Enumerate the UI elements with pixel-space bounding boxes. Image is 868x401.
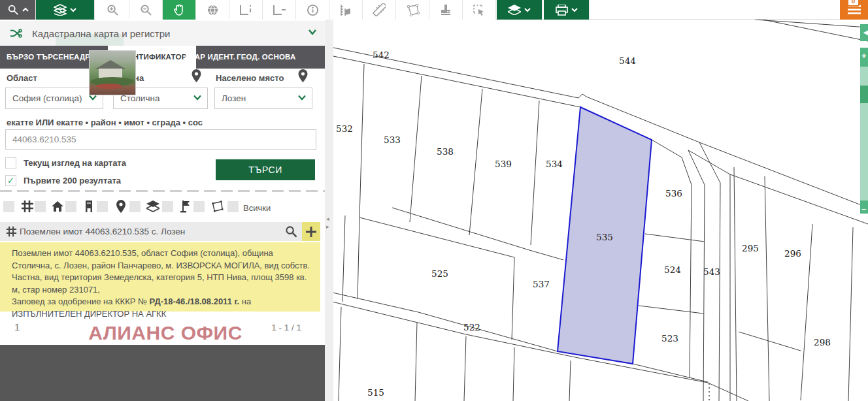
- flag-icon[interactable]: [179, 200, 192, 213]
- filter-building-checkbox[interactable]: [65, 201, 76, 212]
- parcel-label-535: 535: [596, 232, 613, 242]
- polygon-icon: [406, 4, 420, 16]
- tab-geodetic-base[interactable]: ГЕОД. ОСНОВА: [237, 46, 296, 69]
- panel-footer: [0, 345, 325, 401]
- cadastre-branch-icon: [8, 28, 23, 39]
- hamburger-menu-icon: [848, 5, 861, 14]
- location-pin-icon[interactable]: [298, 69, 308, 82]
- extent-add-button[interactable]: [229, 0, 263, 20]
- map-zoom-out-button[interactable]: –: [860, 200, 868, 214]
- result-row[interactable]: Поземлен имот 44063.6210.535 с. Лозен: [0, 222, 320, 241]
- add-result-button[interactable]: [302, 222, 320, 241]
- filter-flag-checkbox[interactable]: [162, 201, 173, 212]
- extent-remove-button[interactable]: [263, 0, 296, 20]
- zoom-slider-handle[interactable]: [860, 86, 868, 103]
- pan-button[interactable]: [163, 0, 196, 20]
- parcel-label-543: 543: [703, 266, 720, 277]
- zoom-out-icon: [140, 4, 152, 16]
- filter-grid-checkbox[interactable]: [3, 201, 14, 212]
- parcel-label-544: 544: [619, 56, 636, 66]
- parcel-label-534: 534: [546, 159, 563, 169]
- cadastral-map[interactable]: 5425445325335385395345365352952965435245…: [333, 20, 868, 401]
- pagination-range: 1 - 1 / 1: [271, 323, 301, 332]
- panel-header[interactable]: Кадастрална карта и регистри: [0, 21, 325, 46]
- measure-area-button[interactable]: [396, 0, 429, 20]
- map-pin-icon[interactable]: [114, 200, 127, 213]
- pan-hand-icon: [173, 4, 185, 16]
- thumbnail-photo[interactable]: [90, 51, 135, 95]
- overview-globe-button[interactable]: [196, 0, 229, 20]
- polygon-outline-icon[interactable]: [210, 200, 224, 213]
- result-details-text: Поземлен имот 44063.6210.535, област Соф…: [12, 248, 310, 295]
- search-panel: Кадастрална карта и регистри БЪРЗО ТЪРСЕ…: [0, 20, 325, 401]
- stamp-button[interactable]: [429, 0, 463, 20]
- result-details: Поземлен имот 44063.6210.535, област Соф…: [0, 242, 320, 312]
- filter-polygon-checkbox[interactable]: [193, 201, 205, 212]
- print-button[interactable]: [544, 0, 590, 20]
- expand-right-icon[interactable]: ▸: [326, 223, 329, 230]
- search-button[interactable]: ТЪРСИ: [216, 159, 315, 180]
- parcel-label-298: 298: [814, 337, 831, 347]
- location-pin-icon[interactable]: [192, 69, 201, 82]
- result-title: Поземлен имот 44063.6210.535 с. Лозен: [20, 227, 185, 236]
- info-button[interactable]: [296, 0, 329, 20]
- search-tabs: БЪРЗО ТЪРСЕНЕ АДРЕС ИДЕНТИФИКАТОР СТАР И…: [0, 46, 325, 69]
- layers-flat-icon: [508, 5, 521, 15]
- panel-splitter[interactable]: ◂ ▸: [325, 20, 333, 401]
- layers-stack-icon[interactable]: [146, 200, 159, 213]
- chevron-down-icon: [571, 7, 578, 12]
- filter-home-checkbox[interactable]: [35, 201, 46, 212]
- measure-distance-button[interactable]: [363, 0, 396, 20]
- parcel-label-533: 533: [384, 135, 401, 145]
- scale-ruler-icon: [339, 4, 352, 16]
- chevron-down-icon: [70, 7, 76, 12]
- main-menu-button[interactable]: 0: [840, 0, 868, 20]
- home-icon[interactable]: [51, 200, 64, 213]
- collapse-left-icon[interactable]: ◂: [326, 216, 329, 222]
- parcel-label-515: 515: [367, 387, 384, 398]
- notification-badge: 0: [847, 0, 860, 7]
- fullscreen-button[interactable]: ◄: [860, 24, 868, 41]
- settlement-value: Лозен: [222, 93, 246, 103]
- printer-icon: [556, 5, 568, 16]
- map-scale-button[interactable]: [329, 0, 363, 20]
- pagination-page[interactable]: 1: [14, 321, 20, 332]
- plus-icon: [306, 227, 316, 237]
- building-icon[interactable]: [82, 200, 95, 213]
- rect-minus-icon: [273, 4, 286, 16]
- settlement-label: Населено място: [216, 73, 284, 83]
- layers-quick-button[interactable]: [497, 0, 542, 20]
- tab-quick-search[interactable]: БЪРЗО ТЪРСЕНЕ: [7, 46, 75, 69]
- layers-icon: [54, 4, 67, 16]
- panel-title: Кадастрална карта и регистри: [32, 28, 170, 39]
- select-region-button[interactable]: [463, 0, 496, 20]
- zoom-in-button[interactable]: [96, 0, 129, 20]
- parcel-label-536: 536: [665, 188, 682, 199]
- filter-point-checkbox[interactable]: [97, 201, 108, 212]
- chevron-down-icon: [89, 95, 97, 101]
- oblast-select[interactable]: София (столица): [5, 88, 103, 109]
- map-zoom-in-button[interactable]: +: [860, 48, 868, 67]
- identifier-input[interactable]: [5, 129, 316, 150]
- search-toggle-button[interactable]: [0, 0, 36, 20]
- chevron-down-icon: [193, 95, 201, 101]
- photo-house-roof: [95, 60, 126, 69]
- parcel-label-532: 532: [336, 123, 353, 134]
- oblast-value: София (столица): [12, 93, 82, 103]
- dashed-divider: [0, 190, 325, 192]
- first-200-checkbox[interactable]: ✓: [5, 175, 16, 186]
- chevron-down-icon[interactable]: [308, 29, 317, 35]
- parcel-grid-icon[interactable]: [21, 200, 34, 213]
- result-order-prefix: Заповед за одобрение на КККР №: [12, 297, 150, 306]
- ekatte-label: екатте ИЛИ екатте • район • имот • сград…: [7, 118, 203, 127]
- tab-old-identifier[interactable]: СТАР ИДЕНТ.: [185, 46, 235, 69]
- current-view-checkbox[interactable]: [5, 157, 16, 168]
- settlement-select[interactable]: Лозен: [214, 88, 312, 109]
- zoom-to-result-icon[interactable]: [285, 225, 297, 238]
- layers-menu-button[interactable]: [36, 0, 95, 20]
- zoom-out-button[interactable]: [129, 0, 163, 20]
- filter-layers-checkbox[interactable]: [129, 201, 141, 212]
- parcel-label-542: 542: [373, 50, 390, 60]
- map-canvas[interactable]: 5425445325335385395345365352952965435245…: [333, 20, 868, 401]
- filter-all-checkbox[interactable]: [227, 201, 239, 212]
